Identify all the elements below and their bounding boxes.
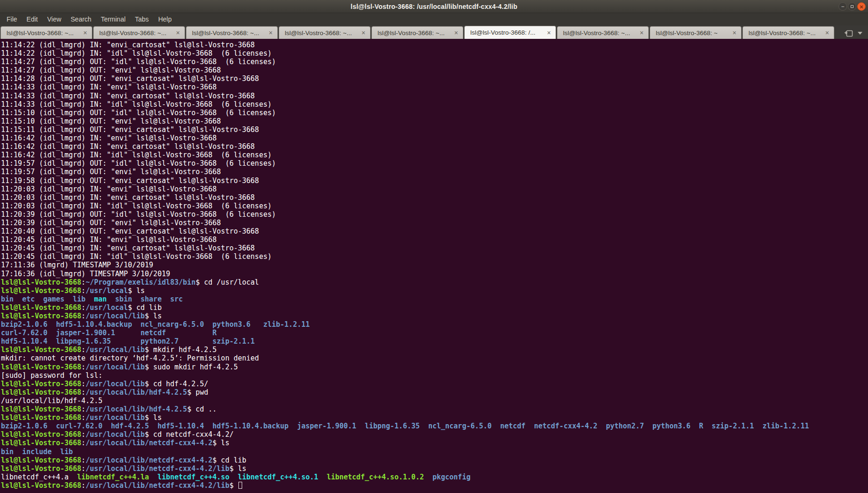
terminal-line: curl-7.62.0 jasper-1.900.1 netcdf R — [1, 329, 868, 337]
terminal-line: mkdir: cannot create directory ‘hdf-4.2.… — [1, 354, 868, 362]
terminal-line: 11:14:22 (idl_lmgrd) IN: "idl" lsl@lsl-V… — [1, 49, 868, 58]
menu-item-help[interactable]: Help — [154, 14, 177, 24]
terminal-line: lsl@lsl-Vostro-3668:/usr/local/lib/netcd… — [1, 439, 868, 447]
close-icon[interactable]: × — [857, 2, 866, 11]
terminal-line: lsl@lsl-Vostro-3668:/usr/local/lib$ sudo… — [1, 363, 868, 371]
menu-item-edit[interactable]: Edit — [22, 14, 43, 24]
titlebar[interactable]: lsl@lsl-Vostro-3668: /usr/local/lib/netc… — [0, 0, 868, 13]
window-title: lsl@lsl-Vostro-3668: /usr/local/lib/netc… — [351, 3, 518, 10]
terminal-line: lsl@lsl-Vostro-3668:/usr/local/lib/netcd… — [1, 456, 868, 464]
tab-label: lsl@lsl-Vostro-3668: ~... — [7, 29, 80, 37]
terminal-tab-9[interactable]: lsl@lsl-Vostro-3668: ~...× — [742, 26, 834, 39]
terminal-line: 11:14:22 (idl_lmgrd) IN: "envi_cartosat"… — [1, 41, 868, 49]
terminal-line: 11:20:45 (idl_lmgrd) IN: "envi" lsl@lsl-… — [1, 235, 868, 244]
terminal-line: lsl@lsl-Vostro-3668:/usr/local/lib$ ls — [1, 413, 868, 422]
terminal-tab-8[interactable]: lsl@lsl-Vostro-3668: ~× — [650, 26, 742, 39]
tab-close-icon[interactable]: × — [453, 29, 460, 37]
terminal-tab-1[interactable]: lsl@lsl-Vostro-3668: ~...× — [0, 26, 92, 39]
tab-label: lsl@lsl-Vostro-3668: ~ — [656, 29, 729, 37]
terminal-line: 11:20:39 (idl_lmgrd) OUT: "idl" lsl@lsl-… — [1, 210, 868, 219]
terminal-tab-4[interactable]: lsl@lsl-Vostro-3668: ~...× — [279, 26, 371, 39]
new-tab-icon[interactable] — [844, 29, 853, 37]
tab-close-icon[interactable]: × — [82, 29, 89, 37]
tab-label: lsl@lsl-Vostro-3668: ~... — [192, 29, 266, 37]
terminal-line: lsl@lsl-Vostro-3668:/usr/local/lib$ cd n… — [1, 430, 868, 439]
terminal-line: 17:16:36 (idl_lmgrd) TIMESTAMP 3/10/2019 — [1, 270, 868, 278]
menubar: FileEditViewSearchTerminalTabsHelp — [0, 13, 868, 25]
terminal-line: 11:20:39 (idl_lmgrd) OUT: "envi" lsl@lsl… — [1, 219, 868, 227]
menu-item-search[interactable]: Search — [66, 14, 96, 24]
tab-label: lsl@lsl-Vostro-3668: ~... — [99, 29, 173, 37]
menu-item-file[interactable]: File — [2, 14, 22, 24]
terminal-line: 11:16:42 (idl_lmgrd) IN: "envi_cartosat"… — [1, 142, 868, 151]
terminal-tab-6[interactable]: lsl@lsl-Vostro-3668: /...× — [464, 26, 556, 39]
tab-label: lsl@lsl-Vostro-3668: /... — [470, 29, 544, 36]
terminal-line: bzip2-1.0.6 hdf5-1.10.4.backup ncl_ncarg… — [1, 320, 868, 329]
tab-label: lsl@lsl-Vostro-3668: ~... — [563, 29, 637, 37]
tab-label: lsl@lsl-Vostro-3668: ~... — [285, 29, 358, 37]
tab-close-icon[interactable]: × — [360, 29, 367, 37]
terminal-line: 11:14:33 (idl_lmgrd) IN: "envi" lsl@lsl-… — [1, 83, 868, 91]
minimize-icon[interactable]: − — [838, 2, 847, 11]
maximize-icon[interactable] — [848, 2, 856, 11]
terminal-output[interactable]: 11:14:22 (idl_lmgrd) IN: "envi_cartosat"… — [0, 39, 868, 493]
chevron-down-icon[interactable] — [858, 32, 862, 35]
window-buttons: − × — [838, 2, 866, 11]
terminal-line: lsl@lsl-Vostro-3668:~/Program/exelis/idl… — [1, 278, 868, 287]
terminal-line: bin include lib — [1, 448, 868, 456]
tab-label: lsl@lsl-Vostro-3668: ~... — [749, 29, 822, 37]
terminal-tab-2[interactable]: lsl@lsl-Vostro-3668: ~...× — [93, 26, 185, 39]
tab-close-icon[interactable]: × — [546, 29, 552, 37]
tabbar-controls — [841, 29, 868, 39]
terminal-line: lsl@lsl-Vostro-3668:/usr/local/lib$ mkdi… — [1, 346, 868, 354]
terminal-line: 11:19:57 (idl_lmgrd) OUT: "idl" lsl@lsl-… — [1, 159, 868, 168]
terminal-line: 11:14:33 (idl_lmgrd) IN: "envi_cartosat"… — [1, 92, 868, 100]
terminal-line: lsl@lsl-Vostro-3668:/usr/local/lib/netcd… — [1, 464, 868, 473]
terminal-line: lsl@lsl-Vostro-3668:/usr/local$ cd lib — [1, 303, 868, 312]
menu-item-terminal[interactable]: Terminal — [96, 14, 130, 24]
terminal-line: lsl@lsl-Vostro-3668:/usr/local/lib$ cd h… — [1, 380, 868, 388]
tab-close-icon[interactable]: × — [175, 29, 181, 37]
terminal-line: lsl@lsl-Vostro-3668:/usr/local$ ls — [1, 287, 868, 295]
terminal-line: /usr/local/lib/hdf-4.2.5 — [1, 397, 868, 405]
terminal-line: 11:20:03 (idl_lmgrd) IN: "idl" lsl@lsl-V… — [1, 202, 868, 210]
tab-bar: lsl@lsl-Vostro-3668: ~...×lsl@lsl-Vostro… — [0, 25, 868, 39]
terminal-line: 11:20:45 (idl_lmgrd) IN: "envi_cartosat"… — [1, 244, 868, 252]
terminal-line: 11:14:33 (idl_lmgrd) IN: "idl" lsl@lsl-V… — [1, 100, 868, 109]
terminal-line: libnetcdf_c++4.a libnetcdf_c++4.la libne… — [1, 473, 868, 481]
terminal-line: [sudo] password for lsl: — [1, 371, 868, 380]
terminal-line: lsl@lsl-Vostro-3668:/usr/local/lib/hdf-4… — [1, 405, 868, 413]
terminal-line: 11:16:42 (idl_lmgrd) IN: "idl" lsl@lsl-V… — [1, 151, 868, 159]
terminal-line: 11:14:28 (idl_lmgrd) OUT: "envi_cartosat… — [1, 74, 868, 83]
terminal-line: hdf5-1.10.4 libpng-1.6.35 python2.7 szip… — [1, 337, 868, 346]
menu-item-view[interactable]: View — [43, 14, 66, 24]
tab-close-icon[interactable]: × — [638, 29, 645, 37]
tab-label: lsl@lsl-Vostro-3668: ~... — [378, 29, 451, 37]
terminal-line: lsl@lsl-Vostro-3668:/usr/local/lib/hdf-4… — [1, 388, 868, 397]
tab-close-icon[interactable]: × — [731, 29, 738, 37]
terminal-line: 11:20:03 (idl_lmgrd) IN: "envi_cartosat"… — [1, 193, 868, 202]
terminal-line: 11:16:42 (idl_lmgrd) IN: "envi" lsl@lsl-… — [1, 134, 868, 142]
terminal-line: 11:15:10 (idl_lmgrd) OUT: "envi" lsl@lsl… — [1, 117, 868, 125]
terminal-line: 11:19:58 (idl_lmgrd) OUT: "envi_cartosat… — [1, 177, 868, 185]
terminal-line: 11:20:40 (idl_lmgrd) OUT: "envi_cartosat… — [1, 227, 868, 235]
terminal-cursor — [238, 482, 242, 489]
menu-item-tabs[interactable]: Tabs — [130, 14, 154, 24]
terminal-line: bzip2-1.0.6 curl-7.62.0 hdf-4.2.5 hdf5-1… — [1, 422, 868, 430]
terminal-line: 11:15:10 (idl_lmgrd) OUT: "idl" lsl@lsl-… — [1, 109, 868, 117]
terminal-line: bin etc games lib man sbin share src — [1, 295, 868, 303]
terminal-line: lsl@lsl-Vostro-3668:/usr/local/lib/netcd… — [1, 481, 868, 490]
terminal-line: 11:20:45 (idl_lmgrd) IN: "idl" lsl@lsl-V… — [1, 252, 868, 261]
tab-close-icon[interactable]: × — [824, 29, 831, 37]
terminal-line: 11:14:27 (idl_lmgrd) OUT: "envi" lsl@lsl… — [1, 66, 868, 74]
terminal-tab-5[interactable]: lsl@lsl-Vostro-3668: ~...× — [371, 26, 463, 39]
terminal-line: 11:14:27 (idl_lmgrd) OUT: "idl" lsl@lsl-… — [1, 58, 868, 66]
terminal-line: lsl@lsl-Vostro-3668:/usr/local/lib$ ls — [1, 312, 868, 320]
tab-close-icon[interactable]: × — [267, 29, 274, 37]
terminal-line: 11:19:57 (idl_lmgrd) OUT: "envi" lsl@lsl… — [1, 168, 868, 176]
terminal-tab-7[interactable]: lsl@lsl-Vostro-3668: ~...× — [557, 26, 649, 39]
terminal-tab-3[interactable]: lsl@lsl-Vostro-3668: ~...× — [186, 26, 278, 39]
terminal-line: 11:15:11 (idl_lmgrd) OUT: "envi_cartosat… — [1, 125, 868, 134]
terminal-line: 11:20:03 (idl_lmgrd) IN: "envi" lsl@lsl-… — [1, 185, 868, 193]
terminal-line: 17:11:36 (lmgrd) TIMESTAMP 3/10/2019 — [1, 261, 868, 269]
